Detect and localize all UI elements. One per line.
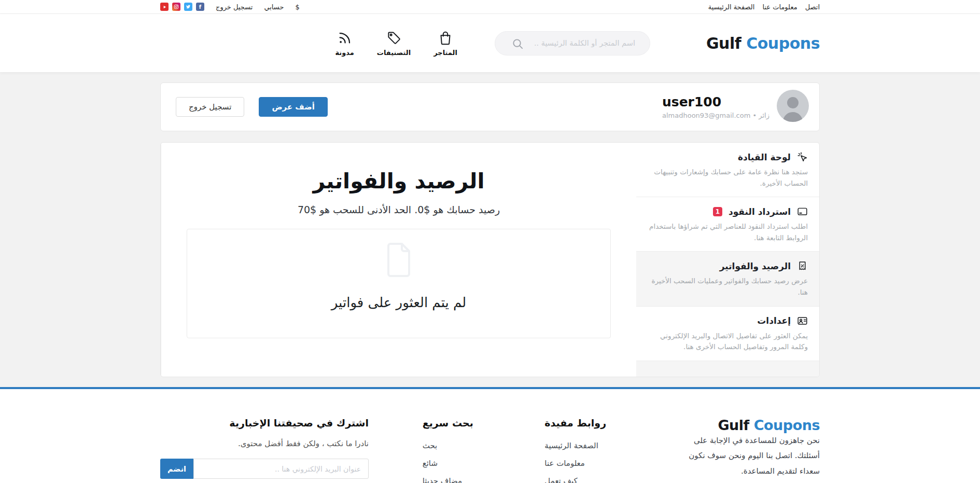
footer-about-text: نحن جاهزون للمساعدة في الإجابة على أسئلت…	[667, 433, 820, 479]
sidebar-item-dashboard[interactable]: لوحة القيادة ستجد هنا نظرة عامة على حساب…	[636, 143, 819, 197]
twitter-icon[interactable]	[184, 3, 192, 11]
cashback-count-badge: 1	[713, 207, 722, 216]
topbar: اتصل معلومات عنا الصفحة الرئيسية $ حسابي…	[0, 0, 980, 14]
topbar-link-home[interactable]: الصفحة الرئيسية	[708, 3, 755, 11]
topbar-nav: اتصل معلومات عنا الصفحة الرئيسية	[708, 3, 820, 11]
footer: Gulf Coupons نحن جاهزون للمساعدة في الإج…	[0, 387, 980, 483]
footer-useful-links: روابط مفيدة الصفحة الرئيسية معلومات عنا …	[544, 417, 613, 483]
footer-link-home[interactable]: الصفحة الرئيسية	[544, 441, 598, 450]
footer-link-search[interactable]: بحث	[423, 441, 438, 450]
instagram-icon[interactable]	[172, 3, 180, 11]
nav-item-categories[interactable]: التصنيفات	[377, 30, 411, 57]
footer-quick-search: بحث سريع بحث شائع مضاف حديثا	[423, 417, 491, 483]
logout-button[interactable]: تسجيل خروج	[176, 97, 244, 117]
empty-state-text: لم يتم العثور على فواتير	[331, 295, 467, 310]
footer-link-recently-added[interactable]: مضاف حديثا	[423, 476, 462, 483]
newsletter-subtitle: نادرا ما نكتب ، ولكن فقط أفضل محتوى.	[160, 439, 369, 448]
avatar	[777, 90, 809, 124]
user-card: user100 almadhoon93@gmail.com • زائر أضف…	[160, 82, 820, 131]
sidebar-item-partial	[636, 361, 819, 377]
topbar-link-about[interactable]: معلومات عنا	[762, 3, 797, 11]
social-links: f	[160, 3, 204, 11]
facebook-icon[interactable]: f	[196, 3, 204, 11]
shopping-bag-icon	[438, 30, 453, 46]
nav-item-stores[interactable]: المتاجر	[433, 30, 457, 57]
newsletter-email-input[interactable]	[193, 459, 369, 479]
footer-column-title: روابط مفيدة	[544, 417, 613, 429]
sidebar-item-cashback[interactable]: استرداد النقود 1 اطلب استرداد النقود للع…	[636, 197, 819, 252]
id-card-icon	[797, 315, 808, 326]
newsletter-title: اشترك في صحيفتنا الإخبارية	[160, 417, 369, 429]
site-search	[495, 31, 650, 56]
footer-link-about[interactable]: معلومات عنا	[544, 459, 585, 468]
rss-icon	[337, 30, 353, 46]
youtube-icon[interactable]	[160, 3, 169, 11]
footer-column-title: بحث سريع	[423, 417, 491, 429]
site-header: Gulf Coupons المتاجر التصنيفات	[0, 14, 980, 72]
user-meta: almadhoon93@gmail.com • زائر	[662, 112, 769, 119]
cursor-click-icon	[797, 151, 808, 162]
tag-icon	[386, 30, 402, 46]
footer-link-popular[interactable]: شائع	[423, 459, 438, 468]
footer-logo[interactable]: Gulf Coupons	[718, 417, 820, 433]
file-icon	[384, 243, 413, 277]
username: user100	[662, 94, 769, 109]
footer-about: Gulf Coupons نحن جاهزون للمساعدة في الإج…	[667, 417, 820, 483]
topbar-account-link[interactable]: حسابي	[264, 3, 284, 11]
header-nav: المتاجر التصنيفات مدونة	[335, 30, 457, 57]
add-offer-button[interactable]: أضف عرض	[259, 97, 327, 117]
receipt-icon	[797, 260, 808, 271]
site-logo[interactable]: Gulf Coupons	[706, 34, 820, 52]
sidebar-item-balance-invoices[interactable]: الرصيد والفواتير عرض رصيد حسابك والفواتي…	[636, 252, 819, 306]
credit-card-icon	[797, 206, 808, 217]
footer-link-how-it-works[interactable]: كيف تعمل	[544, 476, 577, 483]
topbar-link-contact[interactable]: اتصل	[805, 3, 820, 11]
currency-selector[interactable]: $	[295, 3, 299, 11]
account-sidebar: لوحة القيادة ستجد هنا نظرة عامة على حساب…	[636, 143, 819, 377]
topbar-logout-link[interactable]: تسجيل خروج	[216, 3, 253, 11]
nav-item-blog[interactable]: مدونة	[335, 30, 354, 57]
balance-content: الرصيد والفواتير رصيد حسابك هو $0. الحد …	[161, 143, 636, 377]
footer-newsletter: اشترك في صحيفتنا الإخبارية نادرا ما نكتب…	[160, 417, 369, 483]
empty-state: لم يتم العثور على فواتير	[187, 229, 611, 338]
search-icon	[512, 38, 524, 50]
sidebar-item-settings[interactable]: إعدادات يمكن العثور على تفاصيل الاتصال و…	[636, 307, 819, 361]
balance-summary: رصيد حسابك هو $0. الحد الأدنى للسحب هو $…	[298, 204, 500, 215]
page-title: الرصيد والفواتير	[313, 169, 484, 194]
newsletter-join-button[interactable]: انضم	[160, 459, 193, 479]
page-body: user100 almadhoon93@gmail.com • زائر أضف…	[0, 72, 980, 387]
account-panel: لوحة القيادة ستجد هنا نظرة عامة على حساب…	[160, 142, 820, 377]
